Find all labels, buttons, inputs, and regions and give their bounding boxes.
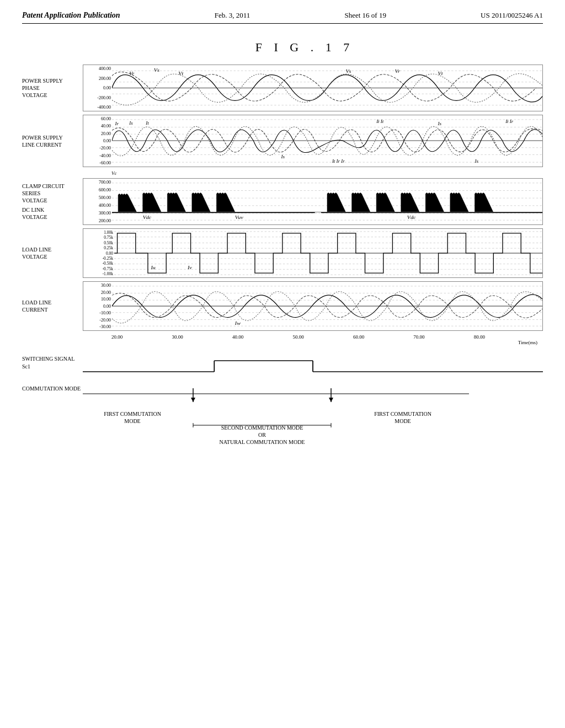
load-line-voltage-chart: 1.00k 0.75k 0.50k 0.25k 0.00 -0.25k -0.5… bbox=[83, 228, 543, 278]
svg-text:NATURAL COMMUTATION MODE: NATURAL COMMUTATION MODE bbox=[220, 439, 305, 445]
load-line-current-label: LOAD LINE CURRENT bbox=[22, 281, 83, 331]
page: Patent Application Publication Feb. 3, 2… bbox=[0, 0, 565, 728]
svg-text:Vr: Vr bbox=[395, 68, 401, 73]
svg-text:Vs: Vs bbox=[345, 68, 351, 73]
svg-text:Is: Is bbox=[129, 121, 133, 125]
commutation-svg: FIRST COMMUTATION MODE SECOND COMMUTATIO… bbox=[83, 386, 543, 452]
load-current-svg: Iw bbox=[112, 282, 542, 330]
time-unit-label: Time(ms) bbox=[22, 340, 537, 345]
dc-link-voltage-section: CLAMP CIRCUIT SERIES VOLTAGE DC LINK VOL… bbox=[22, 178, 543, 225]
load-line-voltage-section: LOAD LINE VOLTAGE 1.00k 0.75k 0.50k 0.25… bbox=[22, 228, 543, 278]
load-line-current-chart: 30.00 20.00 10.00 0.00 -10.00 -20.00 -30… bbox=[83, 281, 543, 331]
current-chart-inner: Ir Is It Is It Ir Ir It It Is Is It Ir bbox=[112, 115, 542, 167]
svg-marker-64 bbox=[191, 398, 195, 402]
voltage-y-labels: 400.00 200.00 0.00 -200.00 -400.00 bbox=[83, 65, 112, 111]
power-supply-voltage-label: POWER SUPPLY PHASE VOLTAGE bbox=[22, 65, 83, 111]
power-supply-voltage-section: POWER SUPPLY PHASE VOLTAGE 400.00 200.00… bbox=[22, 65, 543, 111]
power-supply-current-label: POWER SUPPLY LINE CURRENT bbox=[22, 115, 83, 167]
sheet-label: Sheet 16 of 19 bbox=[344, 11, 386, 20]
load-voltage-y-labels: 1.00k 0.75k 0.50k 0.25k 0.00 -0.25k -0.5… bbox=[83, 229, 114, 277]
load-voltage-svg: Iu Iv bbox=[114, 229, 542, 277]
svg-text:Vdc: Vdc bbox=[143, 215, 152, 220]
vc-annotation: Vc bbox=[111, 170, 543, 176]
dc-link-y-labels: 700.00 600.00 500.00 400.00 300.00 200.0… bbox=[83, 179, 112, 224]
x-axis-labels: 20.00 30.00 40.00 50.00 60.00 70.00 80.0… bbox=[111, 334, 543, 340]
switching-signal-section: SWITCHING SIGNAL Sc1 bbox=[22, 355, 543, 380]
svg-text:Iw: Iw bbox=[234, 321, 241, 326]
svg-text:Vt: Vt bbox=[438, 71, 443, 76]
commutation-mode-section: COMMUTATION MODE FIRST COMMUTATION MODE … bbox=[22, 386, 543, 454]
dc-link-chart-inner: Vdc Vuv Vdc bbox=[112, 179, 542, 224]
svg-text:It  It: It It bbox=[376, 119, 384, 124]
dc-link-chart: 700.00 600.00 500.00 400.00 300.00 200.0… bbox=[83, 178, 543, 225]
svg-text:Vuv: Vuv bbox=[235, 215, 244, 220]
svg-text:FIRST COMMUTATION: FIRST COMMUTATION bbox=[374, 411, 431, 417]
svg-text:MODE: MODE bbox=[124, 418, 140, 424]
svg-text:Vdc: Vdc bbox=[407, 215, 416, 220]
power-supply-current-section: POWER SUPPLY LINE CURRENT 60.00 40.00 20… bbox=[22, 115, 543, 167]
svg-text:It Ir  Ir: It Ir Ir bbox=[332, 159, 345, 164]
switching-chart bbox=[83, 355, 543, 380]
load-current-y-labels: 30.00 20.00 10.00 0.00 -10.00 -20.00 -30… bbox=[83, 282, 112, 330]
svg-text:OR: OR bbox=[258, 432, 266, 438]
voltage-svg: Vr Vs Vt Vs Vr Vt bbox=[112, 65, 542, 111]
header: Patent Application Publication Feb. 3, 2… bbox=[22, 11, 543, 24]
svg-text:Vr: Vr bbox=[129, 71, 135, 76]
svg-text:It  Ir: It Ir bbox=[505, 119, 514, 124]
svg-text:Vs: Vs bbox=[154, 67, 159, 72]
power-supply-voltage-chart: 400.00 200.00 0.00 -200.00 -400.00 bbox=[83, 65, 543, 111]
svg-text:Vt: Vt bbox=[178, 71, 183, 76]
svg-text:Is: Is bbox=[438, 121, 442, 126]
commutation-label: COMMUTATION MODE bbox=[22, 386, 83, 454]
current-y-labels: 60.00 40.00 20.00 0.00 -20.00 -40.00 -60… bbox=[83, 115, 112, 167]
svg-text:MODE: MODE bbox=[395, 418, 411, 424]
dc-link-label: CLAMP CIRCUIT SERIES VOLTAGE DC LINK VOL… bbox=[22, 178, 83, 225]
commutation-diagram: FIRST COMMUTATION MODE SECOND COMMUTATIO… bbox=[83, 386, 543, 454]
load-voltage-chart-inner: Iu Iv bbox=[114, 229, 542, 277]
svg-text:Iv: Iv bbox=[187, 265, 193, 270]
figure-title: F I G . 1 7 bbox=[66, 40, 543, 55]
publication-label: Patent Application Publication bbox=[22, 11, 120, 20]
svg-text:Is: Is bbox=[474, 159, 478, 164]
svg-text:Is: Is bbox=[280, 155, 285, 159]
switching-label: SWITCHING SIGNAL Sc1 bbox=[22, 355, 83, 380]
svg-text:It: It bbox=[145, 121, 149, 125]
voltage-chart-inner: Vr Vs Vt Vs Vr Vt bbox=[112, 65, 542, 111]
switching-svg bbox=[83, 355, 543, 380]
patent-number: US 2011/0025246 A1 bbox=[481, 11, 543, 20]
svg-text:FIRST COMMUTATION: FIRST COMMUTATION bbox=[104, 411, 161, 417]
load-current-chart-inner: Iw bbox=[112, 282, 542, 330]
power-supply-current-chart: 60.00 40.00 20.00 0.00 -20.00 -40.00 -60… bbox=[83, 115, 543, 167]
load-line-voltage-label: LOAD LINE VOLTAGE bbox=[22, 228, 83, 278]
svg-marker-66 bbox=[329, 398, 333, 402]
load-line-current-section: LOAD LINE CURRENT 30.00 20.00 10.00 0.00… bbox=[22, 281, 543, 331]
svg-text:Ir: Ir bbox=[115, 121, 119, 126]
svg-text:Iu: Iu bbox=[150, 265, 156, 270]
date-label: Feb. 3, 2011 bbox=[215, 11, 250, 20]
dclink-svg: Vdc Vuv Vdc bbox=[112, 179, 542, 224]
current-svg: Ir Is It Is It Ir Ir It It Is Is It Ir bbox=[112, 115, 542, 167]
svg-text:SECOND COMMUTATION MODE: SECOND COMMUTATION MODE bbox=[221, 425, 303, 431]
